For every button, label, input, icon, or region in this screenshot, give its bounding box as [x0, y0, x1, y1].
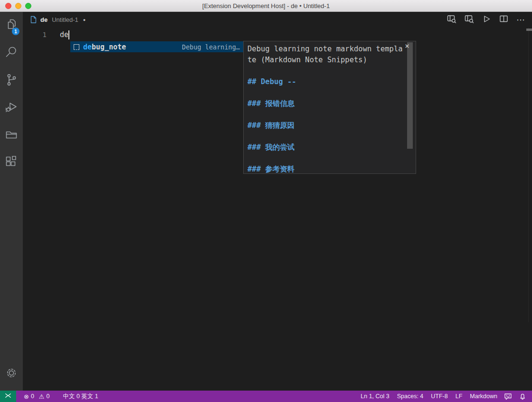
suggestion-detail: Debug learning… [182, 43, 240, 51]
eol-status[interactable]: LF [452, 391, 466, 402]
docs-scrollbar[interactable] [407, 42, 413, 149]
zoom-window-button[interactable] [25, 3, 31, 9]
suggestion-docs-description: Debug learning note markdown template (M… [247, 44, 404, 66]
remote-indicator[interactable] [0, 391, 16, 402]
suggestion-item-debug-note[interactable]: debug_note Debug learning… [70, 41, 243, 52]
warnings-icon: ⚠ [39, 393, 45, 400]
settings-gear-icon[interactable] [0, 359, 23, 387]
indentation-status[interactable]: Spaces: 4 [393, 391, 428, 402]
suggestion-label: debug_note [83, 43, 126, 51]
warnings-count: 0 [47, 393, 50, 400]
activity-bar: 1 [0, 12, 23, 391]
close-window-button[interactable] [5, 3, 11, 9]
language-mode-status[interactable]: Markdown [466, 391, 501, 402]
sidebar-item-folder-view[interactable] [0, 122, 23, 150]
status-bar: ⊗ 0 ⚠ 0 中文 0 英文 1 Ln 1, Col 3 Spaces: 4 … [0, 391, 532, 402]
errors-icon: ⊗ [24, 393, 29, 400]
editor-filename[interactable]: de [40, 16, 48, 23]
errors-count: 0 [31, 393, 34, 400]
notifications-bell-icon[interactable] [515, 391, 530, 402]
minimize-window-button[interactable] [15, 3, 21, 9]
text-cursor [68, 30, 69, 39]
snippet-icon [74, 44, 79, 50]
file-icon [29, 16, 37, 24]
close-icon[interactable]: × [405, 42, 409, 50]
search-icon [4, 45, 19, 61]
modified-dot-icon: ● [83, 18, 86, 22]
docs-md-header-1: ## Debug -- [247, 77, 404, 87]
line-text: de [60, 30, 68, 39]
line-number: 1 [23, 31, 47, 38]
feedback-icon[interactable] [501, 391, 515, 402]
open-preview-side-icon[interactable] [465, 15, 474, 25]
docs-md-header-4: ### 我的尝试 [247, 142, 404, 153]
explorer-badge: 1 [12, 28, 19, 35]
problems-status[interactable]: ⊗ 0 ⚠ 0 [20, 391, 53, 402]
overview-ruler-cursor-mark [526, 29, 532, 31]
extensions-icon [4, 155, 19, 172]
docs-md-header-5: ### 参考资料 [247, 164, 404, 174]
editor-scrollbar[interactable] [528, 28, 529, 322]
source-control-branch-icon [4, 73, 19, 89]
open-preview-icon[interactable] [447, 15, 456, 25]
titlebar: [Extension Development Host] - de • Unti… [0, 0, 532, 12]
folder-icon [4, 128, 19, 144]
word-count-status[interactable]: 中文 0 英文 1 [59, 391, 102, 402]
run-debug-icon [4, 100, 19, 116]
run-icon[interactable] [482, 15, 491, 25]
sidebar-item-extensions[interactable] [0, 150, 23, 177]
sidebar-item-explorer[interactable]: 1 [0, 12, 23, 39]
sidebar-item-search[interactable] [0, 39, 23, 67]
window-controls [5, 3, 31, 9]
docs-md-header-3: ### 猜猜原因 [247, 120, 404, 131]
suggestion-docs-panel: Debug learning note markdown template (M… [243, 41, 416, 174]
encoding-status[interactable]: UTF-8 [427, 391, 451, 402]
split-editor-icon[interactable] [499, 15, 508, 25]
sidebar-item-source-control[interactable] [0, 67, 23, 95]
suggestion-rest-text: bug_note [92, 43, 126, 51]
window-title: [Extension Development Host] - de • Unti… [202, 2, 330, 10]
status-bar-right: Ln 1, Col 3 Spaces: 4 UTF-8 LF Markdown [357, 391, 532, 402]
docs-md-header-2: ### 报错信息 [247, 98, 404, 109]
editor-actions: ⋯ [447, 15, 532, 25]
sidebar-item-run-debug[interactable] [0, 95, 23, 122]
vscode-window: [Extension Development Host] - de • Unti… [0, 0, 532, 402]
cursor-position-status[interactable]: Ln 1, Col 3 [357, 391, 393, 402]
remote-icon [4, 392, 12, 401]
editor-title-bar: de Untitled-1 ● [23, 12, 532, 28]
more-actions-icon[interactable]: ⋯ [516, 18, 525, 22]
suggestion-match-text: de [83, 43, 92, 51]
editor-file-description: Untitled-1 [52, 16, 78, 23]
code-line-1[interactable]: 1 de [23, 29, 532, 40]
